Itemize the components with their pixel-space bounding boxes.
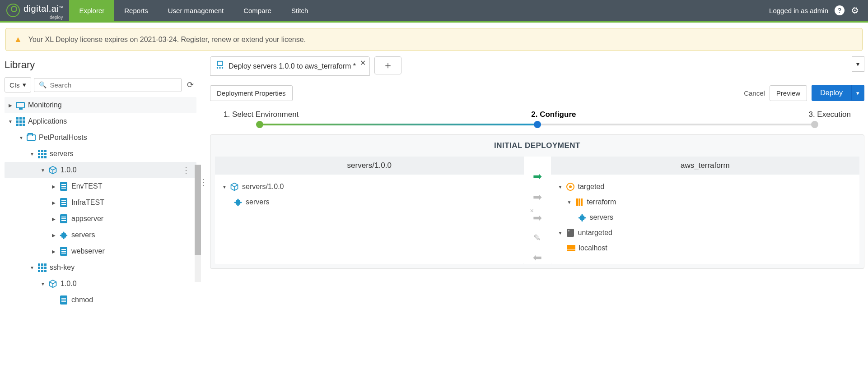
terraform-icon: [576, 198, 583, 206]
library-tree: Monitoring Applications PetPortalHosts s…: [5, 97, 196, 308]
cis-dropdown[interactable]: CIs ▾: [5, 77, 31, 92]
login-status: Logged in as admin: [769, 7, 828, 14]
nav-explorer[interactable]: Explorer: [69, 0, 114, 21]
refresh-icon[interactable]: ⟳: [184, 77, 196, 92]
tree-version-100[interactable]: 1.0.0 ⋮: [5, 162, 196, 178]
cancel-button[interactable]: Cancel: [744, 89, 765, 97]
unmap-icon[interactable]: ➡: [533, 212, 542, 224]
accent-line: [0, 21, 868, 23]
step-dot-2: [534, 121, 541, 128]
chevron-down-icon: ▾: [23, 81, 26, 89]
tree-appserver[interactable]: appserver: [5, 211, 196, 227]
puzzle-icon: [577, 212, 587, 222]
target-untargeted[interactable]: untargeted: [555, 225, 855, 240]
target-terraform[interactable]: terraform: [555, 194, 855, 210]
mapping-controls: ➡ ➡ ➡ ✎ ➡: [524, 157, 551, 264]
file-icon: [60, 295, 67, 305]
source-item-servers[interactable]: servers: [219, 194, 519, 210]
file-icon: [60, 247, 67, 256]
scrollbar[interactable]: [195, 165, 201, 282]
nav-stitch[interactable]: Stitch: [281, 0, 318, 21]
deploy-button[interactable]: Deploy: [812, 85, 851, 101]
preview-button[interactable]: Preview: [770, 85, 807, 101]
tree-infratest[interactable]: InfraTEST: [5, 194, 196, 211]
target-servers[interactable]: servers: [555, 210, 855, 225]
target-header: aws_terraform: [551, 157, 860, 175]
nav-compare[interactable]: Compare: [233, 0, 281, 21]
license-warning: ▲ Your XL Deploy license expires on 2021…: [5, 28, 863, 51]
file-icon: [60, 182, 67, 191]
apps-icon: [38, 150, 47, 158]
step-1: 1. Select Environment: [224, 110, 299, 119]
nav-user-mgmt[interactable]: User management: [158, 0, 233, 21]
target-targeted[interactable]: targeted: [555, 179, 855, 194]
tree-petportal[interactable]: PetPortalHosts: [5, 129, 196, 146]
svg-point-2: [219, 67, 221, 69]
brand-sub: deploy: [25, 15, 63, 20]
step-2: 2. Configure: [531, 110, 576, 119]
svg-point-3: [222, 67, 224, 69]
search-input[interactable]: [50, 81, 177, 89]
target-localhost[interactable]: localhost: [555, 240, 855, 256]
main-nav: Explorer Reports User management Compare…: [69, 0, 318, 21]
folder-icon: [27, 134, 36, 141]
host-icon: [567, 245, 575, 251]
puzzle-icon: [59, 230, 69, 240]
file-icon: [60, 198, 67, 207]
deployment-properties-button[interactable]: Deployment Properties: [210, 85, 293, 101]
deploy-dropdown[interactable]: ▾: [851, 85, 864, 101]
gear-icon[interactable]: ⚙: [851, 5, 859, 16]
source-column: servers/1.0.0 servers/1.0.0: [215, 157, 524, 264]
server-icon: [567, 229, 574, 237]
map-right-active-icon[interactable]: ➡: [533, 170, 542, 183]
app-header: digital.ai™ deploy Explorer Reports User…: [0, 0, 868, 21]
rocket-icon: [6, 4, 20, 17]
deploy-tab[interactable]: Deploy servers 1.0.0 to aws_terraform * …: [210, 56, 370, 76]
monitor-icon: [16, 102, 25, 108]
step-dot-1: [256, 121, 263, 128]
map-right-icon[interactable]: ➡: [533, 191, 542, 203]
package-icon: [229, 182, 239, 192]
close-icon[interactable]: ✕: [360, 59, 366, 67]
splitter[interactable]: ⋮: [201, 56, 206, 308]
brand-name: digital.ai: [23, 4, 59, 14]
nav-reports[interactable]: Reports: [114, 0, 158, 21]
file-icon: [60, 214, 67, 223]
tab-menu[interactable]: ▾: [852, 56, 864, 72]
tree-sshkey-v[interactable]: 1.0.0: [5, 276, 196, 292]
library-sidebar: Library CIs ▾ 🔍 ⟳ Monitoring Application…: [0, 56, 201, 308]
target-icon: [566, 183, 574, 191]
map-left-icon[interactable]: ➡: [533, 251, 542, 264]
edit-icon[interactable]: ✎: [533, 232, 541, 243]
deploy-icon: [215, 60, 225, 72]
tree-servers-leaf[interactable]: servers: [5, 227, 196, 243]
warn-icon: ▲: [14, 35, 22, 44]
target-column: aws_terraform targeted terraform: [551, 157, 860, 264]
search-icon: 🔍: [39, 81, 47, 88]
svg-point-1: [217, 67, 219, 69]
tab-title: Deploy servers 1.0.0 to aws_terraform *: [229, 62, 356, 70]
brand-logo: digital.ai™ deploy: [0, 4, 69, 17]
search-box[interactable]: 🔍: [34, 78, 182, 92]
main-content: Deploy servers 1.0.0 to aws_terraform * …: [206, 56, 868, 308]
apps-icon: [16, 117, 25, 126]
tree-monitoring[interactable]: Monitoring: [5, 97, 196, 113]
puzzle-icon: [233, 197, 243, 207]
more-icon[interactable]: ⋮: [178, 165, 194, 175]
source-pkg[interactable]: servers/1.0.0: [219, 179, 519, 194]
apps-icon: [38, 263, 47, 272]
tree-webserver[interactable]: webserver: [5, 243, 196, 259]
tree-envtest[interactable]: EnvTEST: [5, 178, 196, 194]
step-3: 3. Execution: [808, 110, 851, 119]
add-tab-button[interactable]: ＋: [374, 56, 401, 74]
help-icon[interactable]: ?: [835, 5, 845, 15]
tree-sshkey[interactable]: ssh-key: [5, 259, 196, 276]
tree-applications[interactable]: Applications: [5, 113, 196, 129]
tree-chmod[interactable]: chmod: [5, 292, 196, 308]
svg-rect-0: [218, 61, 223, 65]
deployment-panel: INITIAL DEPLOYMENT servers/1.0.0 servers…: [210, 134, 864, 269]
wizard-stepper: 1. Select Environment 2. Configure 3. Ex…: [224, 110, 851, 125]
source-header: servers/1.0.0: [215, 157, 524, 175]
package-icon: [48, 165, 58, 175]
tree-servers[interactable]: servers: [5, 146, 196, 162]
